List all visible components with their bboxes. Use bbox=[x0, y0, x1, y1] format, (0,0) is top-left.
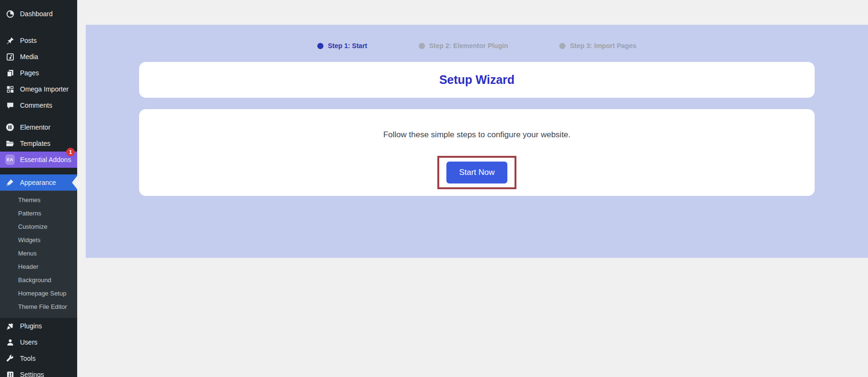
step-dot-icon bbox=[559, 43, 565, 49]
setup-wizard-panel: Step 1: Start Step 2: Elementor Plugin S… bbox=[86, 25, 868, 258]
elementor-icon bbox=[5, 122, 15, 132]
sidebar-item-label: Elementor bbox=[20, 123, 50, 131]
sidebar-item-label: Settings bbox=[20, 371, 44, 377]
sidebar-item-label: Posts bbox=[20, 37, 37, 44]
wizard-body-card: Follow these simple steps to configure y… bbox=[139, 109, 815, 196]
folder-icon bbox=[5, 139, 15, 148]
step-3-import-pages[interactable]: Step 3: Import Pages bbox=[559, 42, 636, 50]
submenu-item-menus[interactable]: Menus bbox=[0, 246, 77, 260]
sidebar-item-plugins[interactable]: Plugins bbox=[0, 318, 77, 334]
step-label: Step 1: Start bbox=[328, 42, 367, 50]
sidebar-item-label: Pages bbox=[20, 69, 39, 77]
settings-sliders-icon bbox=[5, 370, 15, 377]
wizard-title-card: Setup Wizard bbox=[139, 62, 815, 98]
sidebar-item-settings[interactable]: Settings bbox=[0, 367, 77, 377]
step-label: Step 2: Elementor Plugin bbox=[429, 42, 508, 50]
step-label: Step 3: Import Pages bbox=[570, 42, 636, 50]
sidebar-item-label: Plugins bbox=[20, 322, 42, 330]
sidebar-item-media[interactable]: Media bbox=[0, 49, 77, 65]
start-now-button[interactable]: Start Now bbox=[446, 162, 508, 183]
step-dot-icon bbox=[419, 43, 425, 49]
submenu-item-theme-file-editor[interactable]: Theme File Editor bbox=[0, 300, 77, 313]
notification-badge: 1 bbox=[66, 148, 75, 156]
submenu-item-customize[interactable]: Customize bbox=[0, 220, 77, 233]
sidebar-item-label: Essential Addons bbox=[20, 156, 71, 163]
comment-bubble-icon bbox=[5, 101, 15, 110]
sidebar-item-users[interactable]: Users bbox=[0, 334, 77, 350]
sidebar-item-appearance[interactable]: Appearance bbox=[0, 174, 77, 191]
sidebar-item-label: Media bbox=[20, 53, 38, 61]
page-title: Setup Wizard bbox=[439, 73, 515, 87]
sidebar-item-elementor[interactable]: Elementor bbox=[0, 119, 77, 135]
sidebar-item-label: Templates bbox=[20, 140, 50, 147]
sidebar-item-label: Comments bbox=[20, 102, 52, 109]
step-1-start[interactable]: Step 1: Start bbox=[317, 42, 367, 50]
appearance-submenu: Themes Patterns Customize Widgets Menus … bbox=[0, 191, 77, 318]
wizard-steps: Step 1: Start Step 2: Elementor Plugin S… bbox=[86, 25, 868, 50]
wrench-icon bbox=[5, 354, 15, 363]
essential-addons-icon: EA bbox=[5, 155, 15, 164]
submenu-item-homepage-setup[interactable]: Homepage Setup bbox=[0, 286, 77, 300]
sidebar-item-label: Tools bbox=[20, 355, 36, 362]
admin-sidebar: Dashboard Posts Media Pages Omega Import… bbox=[0, 0, 77, 377]
pushpin-icon bbox=[5, 36, 15, 45]
media-icon bbox=[5, 52, 15, 61]
step-2-elementor-plugin[interactable]: Step 2: Elementor Plugin bbox=[419, 42, 508, 50]
step-dot-icon bbox=[317, 43, 323, 49]
sidebar-item-comments[interactable]: Comments bbox=[0, 97, 77, 113]
menu-separator bbox=[0, 168, 77, 174]
menu-separator bbox=[0, 113, 77, 119]
sidebar-item-essential-addons[interactable]: EA Essential Addons 1 bbox=[0, 152, 77, 168]
sidebar-item-label: Omega Importer bbox=[20, 85, 69, 93]
pages-icon bbox=[5, 68, 15, 78]
sidebar-item-pages[interactable]: Pages bbox=[0, 65, 77, 81]
sidebar-item-templates[interactable]: Templates bbox=[0, 135, 77, 152]
sidebar-item-tools[interactable]: Tools bbox=[0, 350, 77, 367]
admin-content-area: Step 1: Start Step 2: Elementor Plugin S… bbox=[77, 0, 868, 258]
wizard-cards: Setup Wizard Follow these simple steps t… bbox=[86, 62, 868, 196]
sidebar-item-omega-importer[interactable]: Omega Importer bbox=[0, 81, 77, 97]
importer-grid-icon bbox=[5, 84, 15, 94]
menu-separator bbox=[0, 22, 77, 32]
submenu-item-patterns[interactable]: Patterns bbox=[0, 206, 77, 220]
current-menu-arrow-icon bbox=[72, 176, 77, 189]
user-icon bbox=[5, 337, 15, 347]
sidebar-item-label: Users bbox=[20, 338, 38, 346]
annotation-highlight-box: Start Now bbox=[437, 156, 517, 189]
sidebar-item-label: Dashboard bbox=[20, 10, 53, 18]
plug-icon bbox=[5, 321, 15, 331]
dashboard-icon bbox=[5, 9, 15, 19]
wizard-description: Follow these simple steps to configure y… bbox=[139, 130, 815, 140]
sidebar-item-dashboard[interactable]: Dashboard bbox=[0, 6, 77, 22]
sidebar-item-posts[interactable]: Posts bbox=[0, 32, 77, 49]
submenu-item-header[interactable]: Header bbox=[0, 260, 77, 273]
submenu-item-themes[interactable]: Themes bbox=[0, 193, 77, 206]
submenu-item-widgets[interactable]: Widgets bbox=[0, 233, 77, 246]
submenu-item-background[interactable]: Background bbox=[0, 273, 77, 286]
sidebar-item-label: Appearance bbox=[20, 179, 56, 186]
paintbrush-icon bbox=[5, 178, 15, 187]
